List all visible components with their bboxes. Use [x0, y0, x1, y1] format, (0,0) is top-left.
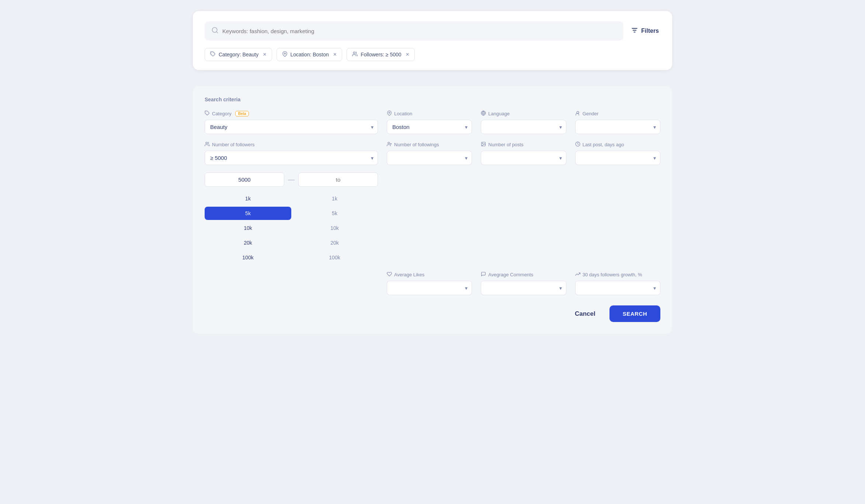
field-avg-likes-label: Average Likes	[387, 272, 472, 278]
growth-select[interactable]	[575, 281, 660, 295]
option-100k-right[interactable]: 100k	[291, 251, 378, 264]
field-posts: Number of posts ▾	[481, 141, 566, 264]
filters-button[interactable]: Filters	[629, 24, 660, 38]
field-posts-label: Number of posts	[481, 141, 566, 148]
language-select[interactable]: English Spanish French	[481, 120, 566, 134]
tag-followers-label: Followers: ≥ 5000	[361, 52, 401, 57]
posts-icon	[481, 141, 486, 148]
followings-label-text: Number of followings	[394, 142, 439, 147]
avg-likes-select-wrap: ▾	[387, 281, 472, 295]
followers-to-input[interactable]	[298, 172, 378, 187]
field-last-post: Last post, days ago ▾	[575, 141, 660, 264]
followings-select[interactable]	[387, 151, 472, 165]
location-select[interactable]: Boston New York Los Angeles Chicago	[387, 120, 472, 134]
avg-likes-icon	[387, 272, 392, 278]
search-icon	[211, 27, 219, 35]
field-language-label: Language	[481, 111, 566, 117]
field-language: Language English Spanish French ▾	[481, 111, 566, 134]
avg-likes-label-text: Average Likes	[394, 272, 424, 277]
svg-line-1	[216, 32, 218, 33]
range-dash: —	[288, 176, 295, 183]
cancel-button[interactable]: Cancel	[568, 307, 602, 321]
avg-comments-select[interactable]	[481, 281, 566, 295]
gender-label-text: Gender	[583, 111, 598, 116]
svg-point-18	[482, 143, 483, 144]
followers-quick-options: 1k 1k 5k 5k 10k 10k 20k 20k 100k 100k	[205, 192, 378, 264]
followers-from-input[interactable]	[205, 172, 284, 187]
tag-category-label: Category: Beauty	[219, 52, 258, 57]
tag-location: Location: Boston ×	[277, 48, 343, 61]
search-input[interactable]	[222, 28, 617, 34]
tag-followers-close[interactable]: ×	[406, 52, 409, 57]
last-post-icon	[575, 141, 580, 148]
language-icon	[481, 111, 486, 117]
field-followers-label: Number of followers	[205, 141, 378, 148]
gender-select-wrap: Any Male Female ▾	[575, 120, 660, 134]
tag-category-close[interactable]: ×	[263, 52, 266, 57]
category-select[interactable]: Beauty Fashion Lifestyle Travel Food	[205, 120, 378, 134]
criteria-section: Search criteria Category Beta Beauty	[193, 86, 672, 334]
criteria-grid: Category Beta Beauty Fashion Lifestyle T…	[205, 111, 660, 295]
svg-point-7	[353, 52, 355, 54]
last-post-select[interactable]	[575, 151, 660, 165]
search-input-wrap	[205, 21, 623, 41]
filters-label: Filters	[641, 28, 659, 34]
field-category: Category Beta Beauty Fashion Lifestyle T…	[205, 111, 378, 134]
avg-comments-icon	[481, 272, 486, 278]
last-post-label-text: Last post, days ago	[583, 142, 624, 147]
location-label-text: Location	[394, 111, 412, 116]
field-avg-comments-label: Avegrage Comments	[481, 272, 566, 278]
option-5k-left[interactable]: 5k	[205, 207, 291, 220]
option-20k-right[interactable]: 20k	[291, 236, 378, 249]
option-10k-left[interactable]: 10k	[205, 221, 291, 235]
last-post-select-wrap: ▾	[575, 151, 660, 165]
field-gender-label: Gender	[575, 111, 660, 117]
field-gender: Gender Any Male Female ▾	[575, 111, 660, 134]
category-icon	[205, 111, 210, 117]
gender-icon	[575, 111, 580, 117]
growth-icon	[575, 272, 580, 278]
tag-category-icon	[210, 51, 216, 58]
gender-select[interactable]: Any Male Female	[575, 120, 660, 134]
followers-select-wrap: ≥ 5000 ≥ 1000 ≥ 10000 ▾	[205, 151, 378, 165]
criteria-section-wrapper: Search criteria Category Beta Beauty	[193, 77, 672, 334]
posts-label-text: Number of posts	[488, 142, 523, 147]
option-1k-left[interactable]: 1k	[205, 192, 291, 205]
search-button[interactable]: SEARCH	[609, 305, 660, 322]
section-title: Search criteria	[205, 97, 660, 102]
avg-likes-select[interactable]	[387, 281, 472, 295]
followers-range-row: —	[205, 172, 378, 187]
location-icon	[387, 111, 392, 117]
field-growth-label: 30 days followers growth, %	[575, 272, 660, 278]
option-5k-right[interactable]: 5k	[291, 207, 378, 220]
posts-select-wrap: ▾	[481, 151, 566, 165]
option-100k-left[interactable]: 100k	[205, 251, 291, 264]
field-growth: 30 days followers growth, % ▾	[575, 272, 660, 295]
followers-select[interactable]: ≥ 5000 ≥ 1000 ≥ 10000	[205, 151, 378, 165]
tag-category: Category: Beauty ×	[205, 48, 272, 61]
tag-followers-icon	[352, 51, 358, 58]
svg-point-9	[389, 112, 390, 113]
field-followers: Number of followers ≥ 5000 ≥ 1000 ≥ 1000…	[205, 141, 378, 264]
svg-point-6	[284, 53, 285, 54]
field-avg-likes: Average Likes ▾	[387, 272, 472, 295]
option-1k-right[interactable]: 1k	[291, 192, 378, 205]
avg-comments-select-wrap: ▾	[481, 281, 566, 295]
posts-select[interactable]	[481, 151, 566, 165]
followers-icon	[205, 141, 210, 148]
main-container: Filters Category: Beauty × Location: Bos…	[193, 11, 672, 70]
category-select-wrap: Beauty Fashion Lifestyle Travel Food ▾	[205, 120, 378, 134]
followings-icon	[387, 141, 392, 148]
search-row: Filters	[205, 21, 660, 41]
option-10k-right[interactable]: 10k	[291, 221, 378, 235]
tag-location-icon	[282, 51, 288, 58]
option-20k-left[interactable]: 20k	[205, 236, 291, 249]
category-label-text: Category	[212, 111, 232, 116]
avg-comments-label-text: Avegrage Comments	[488, 272, 533, 277]
field-last-post-label: Last post, days ago	[575, 141, 660, 148]
tags-row: Category: Beauty × Location: Boston × Fo…	[205, 48, 660, 61]
svg-point-13	[206, 142, 208, 144]
field-avg-comments: Avegrage Comments ▾	[481, 272, 566, 295]
tag-location-close[interactable]: ×	[333, 52, 337, 57]
tag-location-label: Location: Boston	[291, 52, 329, 57]
